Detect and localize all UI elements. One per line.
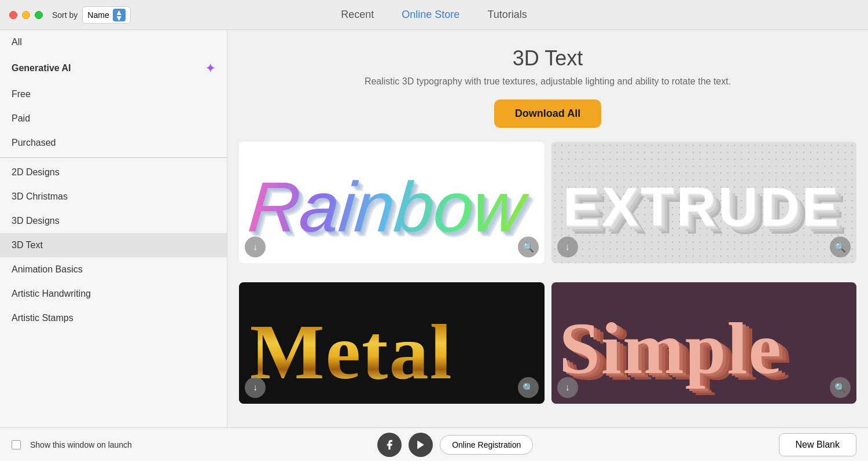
sidebar-item-3d-christmas[interactable]: 3D Christmas [0, 185, 227, 209]
facebook-button[interactable] [377, 433, 402, 457]
svg-text:EXTRUDE: EXTRUDE [562, 176, 840, 237]
sidebar-item-3d-christmas-label: 3D Christmas [12, 191, 68, 202]
svg-text:Rainbow: Rainbow [245, 167, 532, 246]
metal-download-icon[interactable]: ↓ [245, 377, 266, 398]
sidebar-item-free[interactable]: Free [0, 82, 227, 106]
sidebar-item-paid[interactable]: Paid [0, 106, 227, 131]
content-description: Realistic 3D typography with true textur… [239, 76, 856, 87]
sidebar-item-animation-basics-label: Animation Basics [12, 264, 83, 275]
sidebar: All Generative AI ✦ Free Paid Purchased … [0, 30, 227, 427]
sidebar-item-animation-basics[interactable]: Animation Basics [0, 257, 227, 282]
sidebar-item-free-label: Free [12, 89, 31, 99]
titlebar: Sort by Name ▲ ▼ Recent Online Store Tut… [0, 0, 868, 30]
sidebar-item-artistic-handwriting[interactable]: Artistic Handwriting [0, 282, 227, 306]
footer-center: Online Registration [141, 433, 770, 457]
sidebar-item-2d-designs-label: 2D Designs [12, 167, 60, 178]
metal-search-icon[interactable]: 🔍 [518, 377, 539, 398]
stepper-down-icon: ▼ [115, 15, 123, 21]
youtube-icon [415, 439, 426, 451]
rainbow-card-icons: ↓ 🔍 [245, 237, 539, 257]
facebook-icon [384, 439, 395, 451]
sidebar-item-artistic-stamps[interactable]: Artistic Stamps [0, 306, 227, 330]
content-grid: Rainbow Rainbow Rainbow Rainbow Rainbow … [227, 142, 868, 427]
metal-card-icons: ↓ 🔍 [245, 377, 539, 398]
sidebar-item-3d-designs-label: 3D Designs [12, 216, 60, 226]
sidebar-item-generative-ai-label: Generative AI [12, 63, 71, 73]
content-title: 3D Text [239, 46, 856, 71]
show-window-label: Show this window on launch [30, 440, 132, 449]
content-header: 3D Text Realistic 3D typography with tru… [227, 30, 868, 142]
rainbow-search-icon[interactable]: 🔍 [518, 237, 539, 257]
sidebar-item-3d-text[interactable]: 3D Text [0, 233, 227, 257]
generative-ai-icon: ✦ [205, 61, 215, 75]
extrude-search-icon[interactable]: 🔍 [830, 237, 851, 257]
new-blank-button[interactable]: New Blank [779, 433, 856, 456]
traffic-lights [9, 11, 43, 19]
tab-recent[interactable]: Recent [341, 9, 374, 21]
main-layout: All Generative AI ✦ Free Paid Purchased … [0, 30, 868, 427]
sidebar-item-paid-label: Paid [12, 113, 30, 124]
sidebar-item-artistic-handwriting-label: Artistic Handwriting [12, 289, 91, 299]
sort-select[interactable]: Name ▲ ▼ [82, 6, 130, 24]
grid-item-extrude[interactable]: EXTRUDE EXTRUDE EXTRUDE EXTRUDE EXTRUDE … [551, 142, 857, 263]
sidebar-item-generative-ai[interactable]: Generative AI ✦ [0, 54, 227, 82]
sidebar-item-all[interactable]: All [0, 30, 227, 54]
simple-search-icon[interactable]: 🔍 [830, 377, 851, 398]
simple-download-icon[interactable]: ↓ [557, 377, 578, 398]
extrude-card-icons: ↓ 🔍 [557, 237, 851, 257]
tab-online-store[interactable]: Online Store [402, 9, 459, 21]
sidebar-item-all-label: All [12, 37, 22, 47]
grid-item-rainbow[interactable]: Rainbow Rainbow Rainbow Rainbow Rainbow … [239, 142, 545, 263]
sidebar-divider [0, 157, 227, 158]
svg-marker-21 [417, 440, 424, 449]
show-window-checkbox[interactable] [12, 440, 21, 449]
maximize-button[interactable] [35, 11, 43, 19]
minimize-button[interactable] [22, 11, 30, 19]
sidebar-item-3d-text-label: 3D Text [12, 240, 43, 250]
extrude-download-icon[interactable]: ↓ [557, 237, 578, 257]
sort-value: Name [87, 10, 109, 20]
online-registration-button[interactable]: Online Registration [440, 435, 533, 455]
sidebar-item-purchased-label: Purchased [12, 138, 56, 148]
tab-tutorials[interactable]: Tutorials [487, 9, 527, 21]
grid-item-simple[interactable]: Simple Simple Simple Simple ↓ 🔍 [551, 282, 857, 404]
sidebar-item-3d-designs[interactable]: 3D Designs [0, 209, 227, 233]
sort-by-label: Sort by [52, 10, 78, 20]
rainbow-download-icon[interactable]: ↓ [245, 237, 266, 257]
download-all-button[interactable]: Download All [494, 99, 601, 128]
sort-stepper[interactable]: ▲ ▼ [113, 9, 126, 21]
nav-tabs: Recent Online Store Tutorials [341, 9, 527, 21]
sidebar-item-purchased[interactable]: Purchased [0, 131, 227, 155]
footer: Show this window on launch Online Regist… [0, 427, 868, 461]
grid-item-metal[interactable]: Metal ↓ 🔍 [239, 282, 545, 404]
sidebar-item-artistic-stamps-label: Artistic Stamps [12, 313, 73, 323]
sort-by-control: Sort by Name ▲ ▼ [52, 6, 131, 24]
content-area: 3D Text Realistic 3D typography with tru… [227, 30, 868, 427]
sidebar-item-2d-designs[interactable]: 2D Designs [0, 160, 227, 185]
youtube-button[interactable] [409, 433, 433, 457]
close-button[interactable] [9, 11, 17, 19]
simple-card-icons: ↓ 🔍 [557, 377, 851, 398]
